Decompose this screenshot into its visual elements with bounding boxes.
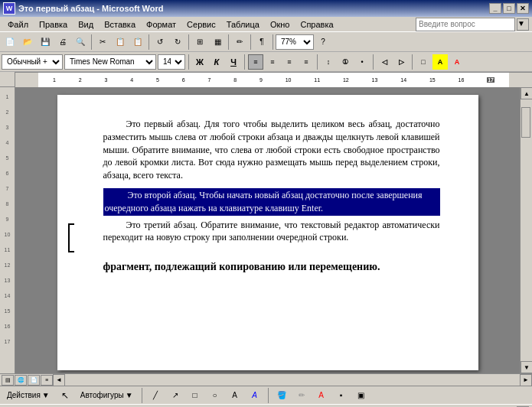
scroll-left-button[interactable]: ◄: [53, 374, 65, 386]
line-spacing-button[interactable]: ↕: [321, 54, 336, 70]
maximize-button[interactable]: □: [503, 3, 515, 14]
sep4: [228, 34, 229, 50]
paste-button[interactable]: 📋: [129, 34, 146, 50]
font-select[interactable]: Times New Roman: [64, 54, 156, 70]
align-left-button[interactable]: ≡: [248, 54, 263, 70]
fmt-sep5: [412, 54, 413, 70]
font-color-button[interactable]: A: [449, 54, 465, 70]
normal-view-button[interactable]: ▤: [2, 375, 14, 386]
horizontal-scrollbar-area: ▤ 🌐 📄 ≡ ◄ ►: [0, 373, 532, 386]
search-button[interactable]: ▼: [517, 18, 529, 31]
h-scroll-track[interactable]: [65, 375, 520, 386]
italic-button[interactable]: К: [209, 54, 224, 70]
align-right-button[interactable]: ≡: [282, 54, 297, 70]
indent-more-button[interactable]: ▷: [393, 54, 409, 70]
window-controls: _ □ ✕: [489, 3, 529, 14]
print-button[interactable]: 🖨: [54, 34, 71, 50]
select-pointer[interactable]: ↖: [57, 387, 73, 404]
bullets-button[interactable]: •: [354, 54, 370, 70]
border-button[interactable]: □: [416, 54, 431, 70]
menu-edit[interactable]: Правка: [34, 18, 72, 31]
align-center-button[interactable]: ≡: [265, 54, 280, 70]
draw-sep2: [268, 388, 269, 403]
redo-button[interactable]: ↻: [169, 34, 186, 50]
actions-menu[interactable]: Действия ▼: [3, 389, 54, 402]
open-button[interactable]: 📂: [19, 34, 36, 50]
close-button[interactable]: ✕: [517, 3, 529, 14]
arrow-tool[interactable]: ↗: [167, 387, 184, 404]
ruler-corner: [0, 72, 15, 86]
outline-view-button[interactable]: ≡: [41, 375, 53, 386]
textbox-tool[interactable]: A: [227, 387, 243, 404]
menu-file[interactable]: Файл: [3, 18, 33, 31]
format-toolbar: Обычный + 14 р Times New Roman 14 12 16 …: [0, 52, 532, 72]
scroll-up-button[interactable]: ▲: [521, 87, 532, 99]
paragraph-button[interactable]: ¶: [253, 34, 270, 50]
align-justify-button[interactable]: ≡: [299, 54, 314, 70]
ruler-margin-left: [15, 73, 38, 87]
wordart-tool[interactable]: A: [246, 387, 263, 404]
menu-view[interactable]: Вид: [73, 18, 98, 31]
line-tool[interactable]: ╱: [147, 387, 164, 404]
style-select[interactable]: Обычный + 14 р: [2, 54, 63, 70]
web-view-button[interactable]: 🌐: [15, 375, 27, 386]
3d-btn[interactable]: ▣: [353, 387, 370, 404]
scroll-right-button[interactable]: ►: [520, 374, 532, 386]
sep1: [91, 34, 92, 50]
columns-button[interactable]: ▦: [209, 34, 226, 50]
paragraph-2-selected: Это второй абзац. Чтобы начать новый абз…: [103, 188, 440, 216]
line-color-btn[interactable]: ✏: [293, 387, 310, 404]
indent-less-button[interactable]: ◁: [377, 54, 392, 70]
menu-tools[interactable]: Сервис: [182, 18, 220, 31]
app-icon: W: [3, 2, 15, 15]
size-select[interactable]: 14 12 16 18: [158, 54, 185, 70]
numbering-button[interactable]: ①: [338, 54, 353, 70]
highlight-button[interactable]: A: [432, 54, 448, 70]
rect-tool[interactable]: □: [187, 387, 204, 404]
menu-window[interactable]: Окно: [266, 18, 295, 31]
menu-insert[interactable]: Вставка: [100, 18, 140, 31]
main-content-area: 1 2 3 4 5 6 7 8 9 10 11 12 13 14 15 16 1…: [0, 87, 532, 373]
menu-bar: Файл Правка Вид Вставка Формат Сервис Та…: [0, 17, 532, 32]
oval-tool[interactable]: ○: [207, 387, 224, 404]
copy-button[interactable]: 📋: [112, 34, 129, 50]
view-buttons: ▤ 🌐 📄 ≡: [2, 375, 53, 386]
zoom-select[interactable]: 77% 100% 150%: [276, 34, 314, 50]
scroll-track[interactable]: [521, 99, 532, 361]
underline-button[interactable]: Ч: [226, 54, 241, 70]
paragraph-1: Это первый абзац. Для того чтобы выделит…: [103, 118, 440, 182]
undo-button[interactable]: ↺: [152, 34, 168, 50]
bold-button[interactable]: Ж: [192, 54, 207, 70]
title-bar: W Это первый абзац - Microsoft Word _ □ …: [0, 0, 532, 17]
preview-button[interactable]: 🔍: [72, 34, 89, 50]
autoshapes-menu[interactable]: Автофигуры ▼: [77, 389, 137, 402]
table-button[interactable]: ⊞: [191, 34, 208, 50]
document-scroll-area[interactable]: Это первый абзац. Для того чтобы выделит…: [15, 87, 520, 373]
print-view-button[interactable]: 📄: [28, 375, 40, 386]
paragraph-2: Это второй абзац. Чтобы начать новый абз…: [103, 188, 440, 216]
window-title: Это первый абзац - Microsoft Word: [18, 4, 164, 13]
main-toolbar: 📄 📂 💾 🖨 🔍 ✂ 📋 📋 ↺ ↻ ⊞ ▦ ✏ ¶ 77% 100% 150…: [0, 32, 532, 52]
minimize-button[interactable]: _: [489, 3, 501, 14]
drawing-toolbar: Действия ▼ ↖ Автофигуры ▼ ╱ ↗ □ ○ A A 🪣 …: [0, 386, 532, 404]
new-button[interactable]: 📄: [2, 34, 18, 50]
search-input[interactable]: [416, 18, 515, 31]
sep6: [273, 34, 273, 50]
menu-format[interactable]: Формат: [142, 18, 181, 31]
paragraph-4: фрагмент, подлежащий копированию или пер…: [103, 259, 440, 275]
help-button[interactable]: ?: [315, 34, 331, 50]
scroll-thumb[interactable]: [521, 107, 530, 138]
menu-table[interactable]: Таблица: [222, 18, 264, 31]
drawing-button[interactable]: ✏: [231, 34, 248, 50]
vertical-scrollbar[interactable]: ▲ ▼: [520, 87, 532, 373]
draw-sep1: [142, 388, 142, 403]
font-color-btn2[interactable]: A: [313, 387, 330, 404]
cut-button[interactable]: ✂: [94, 34, 111, 50]
fmt-sep1: [188, 54, 189, 70]
menu-help[interactable]: Справка: [295, 18, 338, 31]
sep2: [149, 34, 149, 50]
scroll-down-button[interactable]: ▼: [521, 361, 532, 373]
save-button[interactable]: 💾: [37, 34, 54, 50]
fill-color-btn[interactable]: 🪣: [273, 387, 290, 404]
shadow-btn[interactable]: ▪: [333, 387, 350, 404]
